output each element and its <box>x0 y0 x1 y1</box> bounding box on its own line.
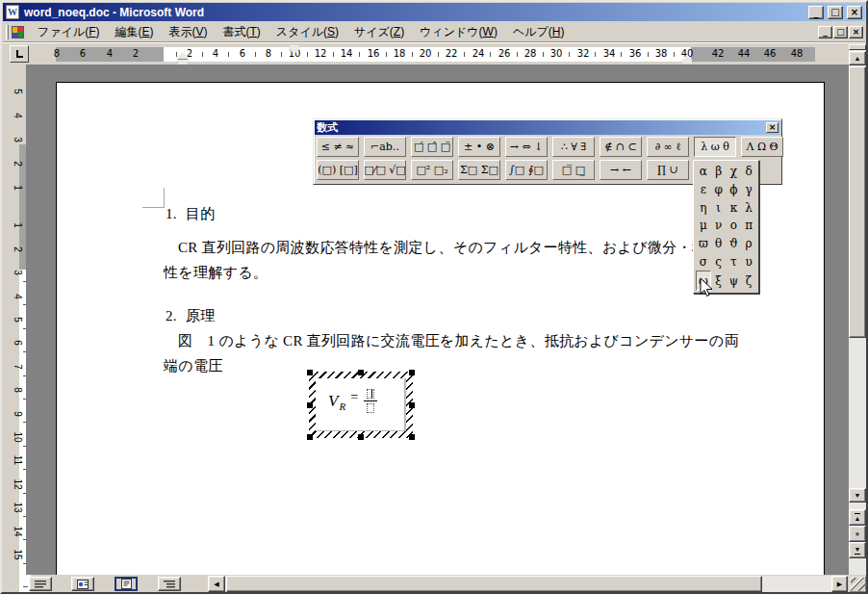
symbol-palette-button[interactable]: ∂ ∞ ℓ <box>647 137 689 157</box>
greek-letter-cell[interactable]: β <box>711 163 727 181</box>
greek-letter-cell[interactable]: υ <box>741 253 756 271</box>
template-palette-button[interactable]: ∫□ ∮□ <box>505 160 548 180</box>
selection-handle[interactable] <box>409 370 415 375</box>
page-layout-icon <box>121 579 132 589</box>
indent-marker[interactable] <box>178 52 189 65</box>
view-normal-button[interactable] <box>29 577 52 591</box>
selection-handle[interactable] <box>409 402 415 408</box>
next-page-icon: ▼ <box>855 546 861 555</box>
previous-page-button[interactable]: ▲ <box>849 509 866 526</box>
greek-letter-cell[interactable]: ν <box>711 217 727 235</box>
greek-letter-cell[interactable]: ζ <box>741 271 756 291</box>
word-window: W word_noeq.doc - Microsoft Word _ □ × フ… <box>0 0 868 594</box>
margin-crop-mark <box>142 188 165 208</box>
symbol-palette-button[interactable]: ∴ ∀ ∃ <box>552 137 595 157</box>
greek-letter-cell[interactable]: γ <box>741 181 756 199</box>
greek-letter-cell[interactable]: ϑ <box>727 235 742 253</box>
paragraph-line: CR 直列回路の周波数応答特性を測定し、そのフィルター特性、および微分・積分 <box>178 239 721 257</box>
outline-view-icon <box>164 580 175 588</box>
equation-toolbar-close-button[interactable]: × <box>766 122 779 133</box>
greek-letter-cell[interactable]: φ <box>711 181 727 199</box>
vertical-scrollbar-thumb[interactable] <box>849 66 866 338</box>
horizontal-scrollbar-thumb[interactable] <box>226 576 762 592</box>
up-arrow-icon: ▲ <box>855 55 861 62</box>
select-browse-object-button[interactable]: ● <box>849 526 866 542</box>
view-online-layout-button[interactable] <box>71 577 94 591</box>
heading-2: 2.原理 <box>166 307 215 325</box>
heading-1: 1.目的 <box>166 205 215 223</box>
window-resize-grip[interactable] <box>850 577 866 592</box>
selection-handle[interactable] <box>409 434 415 440</box>
greek-letter-cell[interactable]: δ <box>741 163 756 181</box>
equation-object-frame[interactable]: VR = <box>309 372 413 438</box>
symbol-palette-button[interactable]: → ⇔ ↓ <box>505 137 548 157</box>
indent-marker[interactable] <box>290 45 300 54</box>
template-palette-button[interactable]: Σ□ Σ□ <box>458 160 500 180</box>
right-arrow-icon: ▶ <box>837 581 842 587</box>
vertical-ruler <box>10 65 25 575</box>
symbol-palette-button[interactable]: ∉ ∩ ⊂ <box>600 137 642 157</box>
symbol-palette-button[interactable]: ± • ⊗ <box>458 137 500 157</box>
greek-letter-cell[interactable]: η <box>696 198 711 217</box>
greek-letter-cell[interactable]: ρ <box>741 235 756 253</box>
symbol-palette-button[interactable]: Λ Ω Θ <box>741 137 783 157</box>
greek-letter-cell[interactable]: π <box>741 217 756 235</box>
greek-letter-cell[interactable]: ψ <box>727 271 742 291</box>
template-palette-button[interactable]: □⁄□ √□ <box>364 160 406 180</box>
greek-letter-cell[interactable]: ϖ <box>696 235 711 253</box>
greek-letter-cell[interactable]: ι <box>711 198 727 217</box>
template-palette-button[interactable]: □̅ □̲ <box>552 160 595 180</box>
equation-toolbar-titlebar[interactable]: 数式 × <box>315 120 780 135</box>
greek-letter-cell[interactable]: ϕ <box>727 181 742 199</box>
greek-letter-cell[interactable]: τ <box>727 253 742 271</box>
paragraph-line: 性を理解する。 <box>164 264 268 282</box>
equation-toolbar-title: 数式 <box>317 121 766 134</box>
scroll-right-button[interactable]: ▶ <box>831 576 848 592</box>
greek-letter-cell[interactable]: ε <box>696 181 711 199</box>
online-layout-icon <box>77 580 89 589</box>
scroll-down-button[interactable]: ▼ <box>849 488 866 503</box>
next-page-button[interactable]: ▼ <box>849 542 866 558</box>
greek-letter-cell[interactable]: λ <box>741 198 756 217</box>
scroll-up-button[interactable]: ▲ <box>849 51 866 65</box>
selection-handle[interactable] <box>307 434 313 440</box>
selection-handle[interactable] <box>358 434 364 440</box>
paragraph-line: 端の電圧 <box>164 357 223 375</box>
greek-lowercase-palette: αβχδεφϕγηικλμνοπϖθϑρσςτυωξψζ <box>693 160 759 294</box>
greek-letter-cell[interactable]: ξ <box>711 271 727 291</box>
selection-handle[interactable] <box>358 370 364 375</box>
view-outline-button[interactable] <box>158 577 181 591</box>
greek-letter-cell[interactable]: ς <box>711 253 727 271</box>
greek-letter-cell[interactable]: ο <box>727 217 742 235</box>
template-palette-button[interactable]: □² □₂ <box>411 160 453 180</box>
previous-page-icon: ▲ <box>855 513 861 522</box>
selection-handle[interactable] <box>307 370 313 375</box>
greek-letter-cell[interactable]: α <box>696 163 711 181</box>
template-palette-button[interactable]: → ← <box>600 160 642 180</box>
symbol-palette-button[interactable]: □́ □̂ □̈ <box>411 137 453 157</box>
scroll-left-button[interactable]: ◀ <box>208 576 225 592</box>
greek-letter-cell[interactable]: θ <box>711 235 727 253</box>
view-page-layout-button[interactable] <box>115 577 138 591</box>
split-handle[interactable] <box>849 44 866 50</box>
left-arrow-icon: ◀ <box>214 581 218 587</box>
symbol-palette-button[interactable]: λ ω θ <box>694 137 736 157</box>
template-palette-button[interactable]: (□) [□] <box>317 160 359 180</box>
greek-letter-cell[interactable]: σ <box>696 253 711 271</box>
mouse-cursor <box>700 277 713 297</box>
template-palette-button[interactable]: ∏ ∪ <box>647 160 689 180</box>
paragraph-line: 図 1 のような CR 直列回路に交流電圧を加えたとき、抵抗およびコンデンサーの… <box>178 332 739 350</box>
normal-view-icon <box>35 580 46 588</box>
down-arrow-icon: ▼ <box>855 492 861 499</box>
greek-letter-cell[interactable]: μ <box>696 217 711 235</box>
greek-letter-cell[interactable]: χ <box>727 163 742 181</box>
indent-marker[interactable] <box>682 55 693 64</box>
symbol-palette-button[interactable]: ≤ ≠ ≈ <box>317 137 359 157</box>
symbol-palette-button[interactable]: ⌐ab‥ <box>364 137 406 157</box>
greek-letter-cell[interactable]: κ <box>727 198 742 217</box>
browse-object-icon: ● <box>855 530 860 538</box>
selection-handle[interactable] <box>307 402 313 408</box>
